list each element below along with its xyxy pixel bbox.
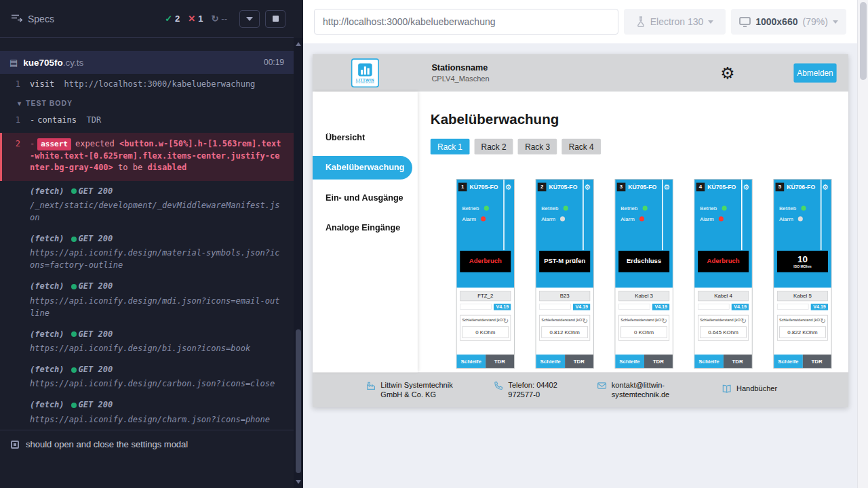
card-title: KÜ706-FO xyxy=(787,184,821,190)
network-log-row[interactable]: (fetch) GET 200 https://api.iconify.desi… xyxy=(0,394,294,430)
specs-label[interactable]: Specs xyxy=(28,14,54,24)
book-icon xyxy=(722,384,731,396)
status-display: Aderbruch xyxy=(698,251,749,272)
card-number: 4 xyxy=(696,182,705,191)
spec-file-header[interactable]: ▤ kue705fo.cy.ts 00:19 xyxy=(0,51,294,74)
test-body-header[interactable]: ▾ TEST BODY xyxy=(0,94,294,111)
footer-item[interactable]: Telefon: 04402 972577-0 xyxy=(494,380,572,400)
gear-icon[interactable]: ⚙ xyxy=(662,183,671,190)
refresh-icon[interactable]: ↻ xyxy=(741,317,747,324)
alarm-label: Alarm xyxy=(700,216,714,222)
failed-assert-row[interactable]: 2 -assertexpected <button.w-[50%].h-[1.5… xyxy=(0,133,294,181)
resistance-value: 0 KOhm xyxy=(620,326,667,338)
schleife-button[interactable]: Schleife xyxy=(536,354,564,368)
tdr-button[interactable]: TDR xyxy=(644,354,672,368)
stop-button[interactable] xyxy=(265,10,285,28)
success-dot-icon xyxy=(71,188,77,194)
collapse-button[interactable] xyxy=(239,10,260,28)
reporter-header: Specs ✓2 ✕1 ↻-- xyxy=(0,0,294,38)
status-text: 10 xyxy=(797,254,807,264)
stop-icon xyxy=(273,16,279,22)
network-log-row[interactable]: (fetch) GET 200 https://api.iconify.desi… xyxy=(0,228,294,276)
fetch-label: (fetch) xyxy=(30,186,64,197)
scroll-down-arrow[interactable] xyxy=(296,480,301,484)
stat-passed: ✓2 xyxy=(165,14,180,24)
next-test-title: should open and close the settings modal xyxy=(26,439,188,449)
fetch-label: (fetch) xyxy=(30,233,64,245)
refresh-icon[interactable]: ↻ xyxy=(661,317,667,324)
spec-timer: 00:19 xyxy=(264,58,284,67)
tdr-button[interactable]: TDR xyxy=(723,354,751,368)
next-test-row[interactable]: should open and close the settings modal xyxy=(0,430,294,458)
tdr-button[interactable]: TDR xyxy=(485,354,513,368)
refresh-icon[interactable]: ↻ xyxy=(502,317,509,324)
fetch-label: (fetch) xyxy=(30,329,64,340)
fetch-url: https://api.iconify.design/material-symb… xyxy=(30,247,284,271)
card-title: KÜ705-FO xyxy=(628,184,662,190)
device-card: 5 KÜ706-FO ⚙ Betrieb Alarm 10 ISO MOhm K… xyxy=(773,179,831,369)
tdr-button[interactable]: TDR xyxy=(564,354,593,368)
sidebar-nav-item-kabel-berwachung[interactable]: Kabelüberwachung xyxy=(313,156,412,180)
rack-tab-rack-1[interactable]: Rack 1 xyxy=(430,139,469,155)
gear-icon[interactable]: ⚙ xyxy=(503,183,513,190)
resistance-value: 0 KOhm xyxy=(462,326,509,338)
tdr-button[interactable]: TDR xyxy=(802,354,831,368)
footer-item[interactable]: kontakt@littwin-systemtechnik.de xyxy=(597,380,697,400)
refresh-icon[interactable]: ↻ xyxy=(582,317,588,324)
sidebar-nav-item--bersicht[interactable]: Übersicht xyxy=(313,126,418,150)
reporter-scrollbar[interactable] xyxy=(294,0,303,488)
visit-command-row[interactable]: 1 visit http://localhost:3000/kabelueber… xyxy=(0,75,294,94)
scrollbar-thumb[interactable] xyxy=(860,2,867,80)
flask-icon xyxy=(636,16,646,27)
footer-text: Telefon: 04402 972577-0 xyxy=(508,380,572,400)
gear-icon[interactable]: ⚙ xyxy=(741,183,751,190)
scroll-up-arrow[interactable] xyxy=(296,42,301,46)
network-log-row[interactable]: (fetch) GET 200 https://api.iconify.desi… xyxy=(0,324,294,359)
betrieb-led xyxy=(563,206,568,211)
refresh-icon: ↻ xyxy=(211,14,218,24)
schleife-button[interactable]: Schleife xyxy=(615,354,644,368)
device-card: 1 KÜ705-FO ⚙ Betrieb Alarm Aderbruch FTZ… xyxy=(456,179,514,369)
status-display: 10 ISO MOhm xyxy=(776,251,827,272)
schleife-button[interactable]: Schleife xyxy=(694,354,723,368)
chevron-down-icon xyxy=(246,17,253,21)
spec-file-icon: ▤ xyxy=(9,58,18,68)
browser-select[interactable]: Electron 130 xyxy=(624,9,726,35)
rack-tab-rack-3[interactable]: Rack 3 xyxy=(517,139,556,155)
rack-tab-rack-4[interactable]: Rack 4 xyxy=(561,139,600,155)
footer-item[interactable]: Littwin Systemtechnik GmbH & Co. KG xyxy=(366,380,469,400)
fetch-status: GET 200 xyxy=(79,364,113,375)
url-input[interactable]: http://localhost:3000/kabelueberwachung xyxy=(314,9,618,35)
card-title: KÜ705-FO xyxy=(549,184,583,190)
network-log-row[interactable]: (fetch) GET 200 https://api.iconify.desi… xyxy=(0,276,294,323)
success-dot-icon xyxy=(71,237,77,242)
specs-list-icon[interactable] xyxy=(11,13,22,25)
footer-item[interactable]: Handbücher xyxy=(722,384,777,396)
network-log-row[interactable]: (fetch) GET 200 https://api.iconify.desi… xyxy=(0,359,294,394)
scrollbar-thumb[interactable] xyxy=(296,329,301,473)
rack-tab-rack-2[interactable]: Rack 2 xyxy=(474,139,513,155)
version-badge: V4.19 xyxy=(732,304,749,310)
schleife-button[interactable]: Schleife xyxy=(774,354,802,368)
fetch-status: GET 200 xyxy=(79,186,113,197)
network-log-row[interactable]: (fetch) GET 200 /_next/static/developmen… xyxy=(0,181,294,228)
settings-gear-icon[interactable]: ⚙ xyxy=(720,65,734,81)
fetch-status: GET 200 xyxy=(79,329,113,340)
run-stats: ✓2 ✕1 ↻-- xyxy=(165,14,227,24)
command-name: contains xyxy=(37,115,77,125)
version-badge: V4.19 xyxy=(652,304,669,310)
gear-icon[interactable]: ⚙ xyxy=(820,183,829,190)
sidebar-nav-item-analoge-eing-nge[interactable]: Analoge Eingänge xyxy=(313,216,418,240)
gear-icon[interactable]: ⚙ xyxy=(583,183,592,190)
schleife-button[interactable]: Schleife xyxy=(456,354,485,368)
cypress-runner-window: Specs ✓2 ✕1 ↻-- ▤ kue705fo.cy.ts 00:19 1… xyxy=(0,0,868,488)
contains-command-row[interactable]: 1 -contains TDR xyxy=(0,111,294,129)
refresh-icon[interactable]: ↻ xyxy=(820,317,826,324)
viewport-display[interactable]: 1000x660 (79%) xyxy=(731,9,846,35)
device-card: 4 KÜ705-FO ⚙ Betrieb Alarm Aderbruch Kab… xyxy=(694,179,752,369)
logout-button[interactable]: Abmelden xyxy=(793,63,836,82)
sidebar-nav-item-ein-und-ausg-nge[interactable]: Ein- und Ausgänge xyxy=(313,186,418,209)
mail-icon xyxy=(597,381,606,393)
app-header: LITTWIN SYSTEMTECHNIK Stationsname CPLV4… xyxy=(313,54,848,92)
page-scrollbar[interactable] xyxy=(857,0,868,488)
